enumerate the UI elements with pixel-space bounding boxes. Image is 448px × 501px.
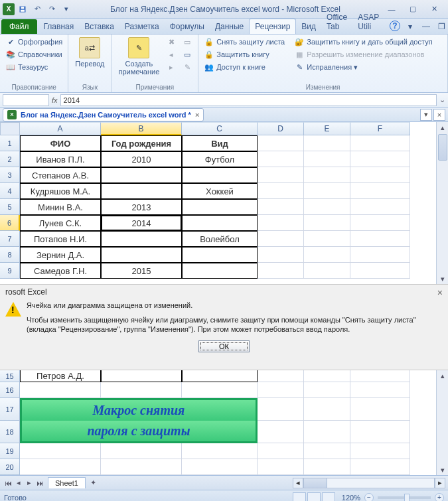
- tab-data[interactable]: Данные: [210, 19, 249, 34]
- ribbon-minimize-button[interactable]: ▾: [404, 21, 416, 33]
- scroll-thumb[interactable]: [438, 134, 447, 161]
- cell-E19[interactable]: [304, 443, 350, 459]
- cell-B19[interactable]: [101, 443, 182, 459]
- cell-B2[interactable]: 2010: [101, 151, 182, 167]
- cell-F16[interactable]: [350, 382, 410, 398]
- col-header-A[interactable]: A: [20, 122, 101, 135]
- cell-E1[interactable]: [304, 135, 350, 151]
- cell-C8[interactable]: [182, 247, 258, 263]
- col-header-E[interactable]: E: [304, 122, 350, 135]
- cell-A15[interactable]: Петров А.Д.: [20, 370, 101, 382]
- cell-E8[interactable]: [304, 247, 350, 263]
- cell-B7[interactable]: [101, 231, 182, 247]
- formula-expand-button[interactable]: ⌄: [439, 96, 445, 104]
- cell-C9[interactable]: [182, 263, 258, 279]
- cell-C16[interactable]: [182, 382, 258, 398]
- excel-app-icon[interactable]: X: [3, 3, 15, 15]
- view-page-layout-button[interactable]: [307, 492, 321, 502]
- sheet-tab-sheet1[interactable]: Sheet1: [48, 477, 86, 488]
- cell-E2[interactable]: [304, 151, 350, 167]
- cell-F8[interactable]: [350, 247, 410, 263]
- cell-E3[interactable]: [304, 167, 350, 183]
- hscroll-left[interactable]: ◂: [293, 478, 303, 488]
- tab-office-tab[interactable]: Office Tab: [321, 10, 352, 34]
- cell-F19[interactable]: [350, 443, 410, 459]
- scroll-down-button-lower[interactable]: ▾: [437, 465, 448, 475]
- cell-C3[interactable]: [182, 167, 258, 183]
- view-page-break-button[interactable]: [322, 492, 335, 502]
- redo-button[interactable]: ↷: [45, 2, 58, 17]
- cell-A5[interactable]: Минин В.А.: [20, 199, 101, 215]
- cell-E6[interactable]: [304, 215, 350, 231]
- cell-F6[interactable]: [350, 215, 410, 231]
- row-header-6[interactable]: 6: [0, 215, 20, 231]
- dialog-close-button[interactable]: ×: [437, 287, 443, 298]
- cell-B5[interactable]: 2013: [101, 199, 182, 215]
- cell-A20[interactable]: [20, 459, 101, 475]
- hscroll-track[interactable]: [303, 478, 435, 488]
- macro-banner-line1[interactable]: Макрос снятия: [20, 398, 258, 421]
- row-header-5[interactable]: 5: [0, 199, 20, 215]
- cell-A7[interactable]: Потапов Н.И.: [20, 231, 101, 247]
- col-header-F[interactable]: F: [350, 122, 410, 135]
- new-sheet-button[interactable]: ✦: [88, 478, 99, 488]
- tab-insert[interactable]: Вставка: [79, 19, 119, 34]
- cell-D9[interactable]: [258, 263, 304, 279]
- tab-view[interactable]: Вид: [296, 19, 321, 34]
- show-all-comments-button[interactable]: ▭: [181, 48, 194, 60]
- cell-D6[interactable]: [258, 215, 304, 231]
- cell-F3[interactable]: [350, 167, 410, 183]
- row-header-3[interactable]: 3: [0, 167, 20, 183]
- cell-B16[interactable]: [101, 382, 182, 398]
- cell-F18[interactable]: [350, 421, 410, 443]
- cell-F9[interactable]: [350, 263, 410, 279]
- doctabs-dropdown-button[interactable]: ▾: [420, 109, 432, 121]
- cell-D7[interactable]: [258, 231, 304, 247]
- track-changes-button[interactable]: ✎Исправления ▾: [293, 61, 433, 73]
- cell-C15[interactable]: [182, 370, 258, 382]
- row-header-17[interactable]: 17: [0, 398, 20, 421]
- spelling-button[interactable]: ✔Орфография: [4, 36, 64, 48]
- cell-A6[interactable]: Лунев С.К.: [20, 215, 101, 231]
- tab-file[interactable]: Файл: [1, 19, 37, 34]
- cell-E5[interactable]: [304, 199, 350, 215]
- cell-B3[interactable]: [101, 167, 182, 183]
- tab-review[interactable]: Рецензир: [249, 19, 296, 34]
- cell-A9[interactable]: Самедов Г.Н.: [20, 263, 101, 279]
- cell-F15[interactable]: [350, 370, 410, 382]
- hscroll-right[interactable]: ▸: [435, 478, 445, 488]
- cell-F4[interactable]: [350, 183, 410, 199]
- row-header-16[interactable]: 16: [0, 382, 20, 398]
- cell-F5[interactable]: [350, 199, 410, 215]
- protect-workbook-button[interactable]: 🔒Защитить книгу: [202, 48, 286, 60]
- save-button[interactable]: [16, 2, 29, 17]
- research-button[interactable]: 📚Справочники: [4, 48, 64, 60]
- col-header-C[interactable]: C: [182, 122, 258, 135]
- help-button[interactable]: ?: [390, 21, 400, 31]
- cell-C2[interactable]: Футбол: [182, 151, 258, 167]
- zoom-slider[interactable]: [378, 496, 431, 499]
- row-header-7[interactable]: 7: [0, 231, 20, 247]
- cell-D1[interactable]: [258, 135, 304, 151]
- zoom-slider-thumb[interactable]: [404, 494, 410, 502]
- cell-D20[interactable]: [258, 459, 304, 475]
- close-window-button[interactable]: ✕: [427, 3, 441, 16]
- cell-C1[interactable]: Вид: [182, 135, 258, 151]
- cell-B9[interactable]: 2015: [101, 263, 182, 279]
- cell-F2[interactable]: [350, 151, 410, 167]
- maximize-button[interactable]: ▢: [406, 3, 420, 16]
- undo-button[interactable]: ↶: [31, 2, 44, 17]
- protect-and-share-button[interactable]: 🔐Защитить книгу и дать общий доступ: [293, 36, 433, 48]
- cell-D8[interactable]: [258, 247, 304, 263]
- cell-C5[interactable]: [182, 199, 258, 215]
- cell-A2[interactable]: Иванов П.Л.: [20, 151, 101, 167]
- cell-E16[interactable]: [304, 382, 350, 398]
- sheet-nav-last[interactable]: ⏭: [35, 478, 45, 488]
- cell-A19[interactable]: [20, 443, 101, 459]
- cell-E4[interactable]: [304, 183, 350, 199]
- scroll-up-button-lower[interactable]: ▴: [437, 370, 448, 381]
- row-header-9[interactable]: 9: [0, 263, 20, 279]
- sheet-nav-prev[interactable]: ◂: [13, 478, 24, 488]
- scroll-up-button[interactable]: ▴: [437, 122, 448, 133]
- col-header-B[interactable]: B: [101, 122, 182, 135]
